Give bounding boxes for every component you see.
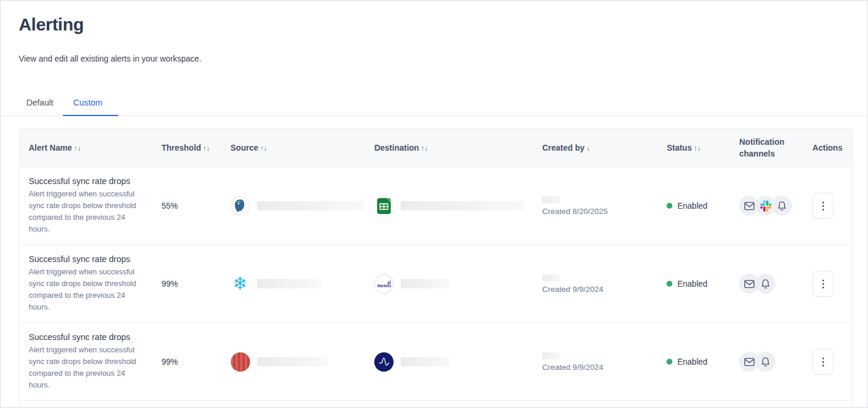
table-row: Successful sync rate drops Alert trigger… [19, 166, 852, 244]
source-cell: ❄ [221, 245, 365, 322]
actions-cell [803, 245, 852, 322]
alert-name-cell: Successful sync rate drops Alert trigger… [19, 167, 152, 244]
redacted-creator-name [542, 352, 560, 359]
alerts-table: Alert Name↑↓ Threshold↑↓ Source↑↓ Destin… [19, 128, 853, 408]
redacted-destination-name [401, 201, 524, 210]
redacted-source-name [257, 201, 364, 210]
table-header-row: Alert Name↑↓ Threshold↑↓ Source↑↓ Destin… [19, 129, 852, 166]
bell-channel-icon [756, 274, 775, 294]
sort-icon[interactable]: ↑↓ [74, 144, 81, 152]
sort-desc-icon[interactable]: ↓ [586, 144, 590, 152]
sort-icon[interactable]: ↑↓ [203, 144, 210, 152]
threshold-value: 99% [162, 279, 178, 288]
header-threshold[interactable]: Threshold↑↓ [152, 142, 221, 154]
destination-cell: Marketo [365, 245, 533, 322]
redacted-creator-name [542, 196, 560, 203]
alert-description: Alert triggered when successful sync rat… [29, 266, 137, 313]
alert-name: Successful sync rate drops [29, 254, 137, 264]
redacted-destination-name [401, 279, 450, 288]
tab-custom[interactable]: Custom [66, 94, 110, 115]
bell-channel-icon [772, 196, 792, 216]
header-source-label: Source [231, 143, 258, 152]
redacted-destination-name [401, 357, 450, 366]
row-actions-kebab-button[interactable] [812, 349, 833, 375]
notification-channels-cell [730, 167, 803, 244]
amplitude-icon [374, 352, 394, 372]
source-cell [221, 323, 365, 400]
header-source[interactable]: Source↑↓ [221, 142, 365, 154]
header-status-label: Status [667, 143, 692, 152]
header-alert-name[interactable]: Alert Name↑↓ [19, 142, 152, 154]
threshold-cell: 99% [152, 323, 221, 400]
header-notification-channels-label: Notification channels [739, 137, 784, 158]
created-date: Created 9/9/2024 [542, 363, 603, 372]
notification-channels-cell [730, 245, 803, 322]
status-label: Enabled [677, 201, 707, 210]
snowflake-icon: ❄ [231, 274, 250, 294]
red-striped-database-icon [231, 352, 250, 372]
alert-description: Alert triggered when successful sync rat… [29, 344, 137, 391]
page-subtitle: View and edit all existing alerts in you… [19, 54, 201, 63]
threshold-cell: 99% [152, 245, 221, 322]
header-status[interactable]: Status↑↓ [657, 142, 730, 154]
marketo-icon: Marketo [374, 274, 394, 294]
bell-channel-icon [756, 352, 775, 372]
row-actions-kebab-button[interactable] [812, 193, 833, 219]
status-cell: Enabled [657, 323, 730, 400]
alert-name: Successful sync rate drops [29, 176, 137, 186]
sort-icon[interactable]: ↑↓ [693, 144, 700, 152]
created-date: Created 9/9/2024 [542, 285, 603, 294]
header-actions-label: Actions [812, 143, 842, 152]
status-label: Enabled [677, 279, 707, 288]
table-row: Successful sync rate drops Alert trigger… [19, 244, 852, 322]
header-actions: Actions [803, 142, 852, 154]
threshold-cell: 55% [152, 167, 221, 244]
alert-name: Successful sync rate drops [29, 332, 137, 342]
redacted-source-name [257, 279, 322, 288]
tab-default[interactable]: Default [19, 94, 61, 115]
actions-cell [803, 167, 852, 244]
sort-icon[interactable]: ↑↓ [421, 144, 428, 152]
created-date: Created 8/20/2025 [542, 207, 608, 216]
alert-name-cell: Successful sync rate drops Alert trigger… [19, 245, 152, 322]
status-cell: Enabled [657, 167, 730, 244]
status-enabled-dot [667, 203, 672, 209]
status-cell: Enabled [657, 245, 730, 322]
alert-description: Alert triggered when successful sync rat… [29, 188, 137, 235]
created-by-cell: Created 9/9/2024 [533, 245, 658, 322]
notification-channels-cell [730, 323, 803, 400]
header-threshold-label: Threshold [162, 143, 201, 152]
created-by-cell: Created 9/9/2024 [533, 323, 658, 400]
postgresql-icon [231, 196, 250, 216]
alerting-page: Alerting View and edit all existing aler… [0, 0, 868, 408]
header-alert-name-label: Alert Name [29, 143, 72, 152]
google-sheets-icon [374, 196, 394, 216]
created-by-cell: Created 8/20/2025 [533, 167, 658, 244]
destination-cell [365, 167, 533, 244]
marketo-wordmark: Marketo [377, 284, 391, 288]
redacted-creator-name [542, 274, 560, 281]
header-created-by[interactable]: Created by↓ [533, 142, 658, 154]
header-destination-label: Destination [374, 143, 419, 152]
header-created-by-label: Created by [542, 143, 585, 152]
threshold-value: 55% [162, 201, 178, 210]
destination-cell [365, 323, 533, 400]
header-notification-channels: Notification channels [730, 136, 803, 159]
status-enabled-dot [667, 281, 672, 287]
threshold-value: 99% [162, 357, 178, 366]
sort-icon[interactable]: ↑↓ [260, 144, 267, 152]
header-destination[interactable]: Destination↑↓ [365, 142, 533, 154]
alert-name-cell: Successful sync rate drops Alert trigger… [19, 323, 152, 400]
tab-bar: Default Custom [1, 94, 868, 116]
actions-cell [803, 323, 852, 400]
row-actions-kebab-button[interactable] [812, 271, 833, 297]
status-label: Enabled [677, 357, 707, 366]
status-enabled-dot [667, 359, 672, 365]
table-row: Successful sync rate drops Alert trigger… [19, 322, 852, 400]
page-title: Alerting [19, 15, 84, 35]
redacted-source-name [257, 357, 327, 366]
source-cell [221, 167, 365, 244]
partial-next-row [19, 400, 852, 408]
